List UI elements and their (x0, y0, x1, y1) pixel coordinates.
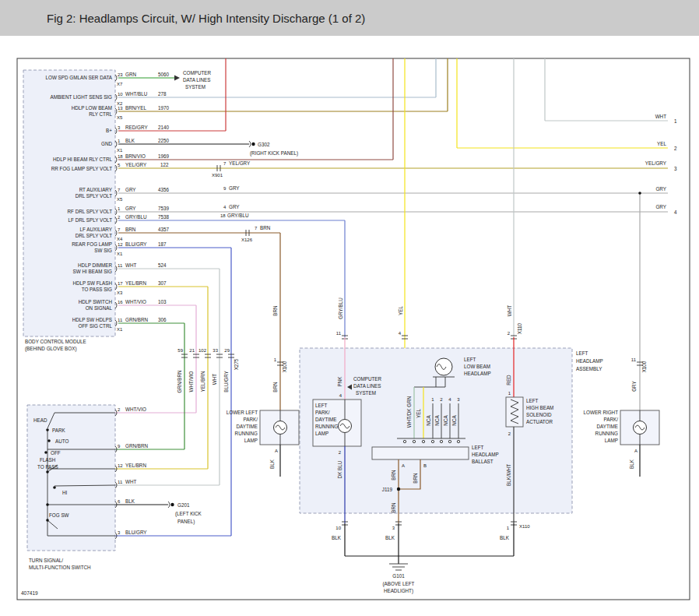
pin-label: B (423, 463, 427, 468)
wire-label: GRY/BLU (227, 213, 249, 218)
solenoid-label: ACTUATOR (526, 419, 553, 424)
low-beam-bulb-icon (435, 358, 452, 375)
connector-label: X1 (117, 327, 123, 332)
system-label: COMPUTER (353, 376, 381, 382)
edge-number: 4 (674, 209, 677, 215)
wire-label: YEL/GRY (125, 162, 147, 167)
lamp-label: LOW BEAM (464, 364, 490, 369)
bcm-name: BODY CONTROL MODULE (25, 339, 86, 344)
lamp-label: RUNNING (315, 424, 338, 429)
wire-label: WHT/BLU (125, 91, 148, 97)
circuit-label: 1969 (158, 153, 170, 159)
pin-label: 21 (189, 348, 195, 353)
assembly-name: HEADLAMP (576, 358, 603, 364)
wire-label: BLK (125, 138, 135, 143)
wire-label: YEL/BRN (125, 463, 146, 468)
bcm-row-label: TO PASS SIG (82, 287, 112, 292)
bcm-row-label: AMBIENT LIGHT SENS SIG (50, 94, 112, 100)
ballast-label: LEFT (472, 445, 484, 450)
edge-number: 3 (674, 166, 677, 171)
wire-label: WHT (212, 374, 217, 385)
connector-label: X1 (117, 148, 123, 153)
switch-position: FLASH (40, 457, 56, 463)
pin-label: 33 (213, 348, 218, 353)
bcm-row-label: B+ (106, 128, 112, 133)
system-label: DATA LINES (183, 77, 210, 83)
wire-label: YEL/GRY (645, 160, 667, 166)
splice-j119-dot (397, 488, 400, 491)
lamp-label: PARK/ (604, 417, 619, 422)
connector-label: X4 (117, 237, 123, 241)
headlamps-circuit-diagram: Fig 2: Headlamps Circuit, W/ High Intens… (0, 0, 699, 616)
wire-label: GRY (631, 380, 637, 391)
circuit-label: 524 (158, 262, 167, 268)
connector-label: X3 (117, 290, 123, 295)
pin-label: 11 (336, 331, 342, 336)
ground-location: (RIGHT KICK PANEL) (250, 150, 298, 157)
doc-number: 407419 (21, 590, 38, 596)
wire-label: BRN (260, 225, 271, 231)
wire-label: YEL/BRN (200, 371, 205, 392)
bcm-row-label: RT AUXILIARY (79, 187, 113, 192)
wire-label: GRY (125, 206, 136, 211)
circuit-label: 187 (158, 241, 167, 247)
lamp-label: LEFT (315, 403, 328, 408)
solenoid-label: SOLENOID (526, 412, 552, 417)
pin-label: A (275, 449, 278, 453)
bcm-row-label: RF DRL SPLY VOLT (67, 209, 112, 214)
lamp-label: LOWER RIGHT (584, 410, 619, 415)
lamp-label: LOWER LEFT (227, 410, 258, 415)
bcm-row-label: HDLP HI BEAM RLY CTRL (53, 157, 112, 162)
wire-label: GRY/BLU (125, 214, 147, 220)
connector-label: X100 (282, 361, 287, 372)
switch-position: PARK (52, 428, 65, 433)
wire-label: BRN (413, 473, 418, 484)
system-label: DATA LINES (353, 383, 381, 389)
wire-label: BRN/VIO (125, 153, 146, 159)
pin-label: 12 (118, 242, 123, 247)
circuit-label: 122 (160, 162, 169, 167)
pin-label: 13 (118, 106, 123, 111)
lamp-label: LAMP (244, 438, 258, 443)
wire-label: WHT (125, 262, 136, 268)
page-title: Fig 2: Headlamps Circuit, W/ High Intens… (47, 12, 365, 25)
bcm-row-label: HDLP LOW BEAM (72, 105, 112, 111)
ground-splice-icon (251, 143, 255, 146)
pin-label: 29 (224, 348, 230, 353)
edge-number: 1 (674, 118, 677, 124)
circuit-label: 307 (158, 280, 167, 286)
wire-label: GRY (655, 186, 666, 192)
circuit-label: 7538 (158, 214, 170, 220)
system-label: COMPUTER (183, 70, 211, 76)
switch-position: HI (62, 490, 68, 495)
bcm-row-label: RLY CTRL (89, 111, 112, 117)
ground-location: HEADLIGHT) (384, 588, 413, 594)
lamp-label: DAYTIME (236, 424, 258, 429)
wire-label: GRY/BLU (338, 297, 343, 319)
wire-label: YEL (398, 306, 403, 315)
lamp-label: PARK/ (315, 410, 330, 415)
bcm-row-label: SW HI BEAM SIG (73, 269, 112, 274)
pin-label: 10 (118, 92, 123, 97)
system-label: SYSTEM (356, 390, 376, 396)
pin-label: A (634, 449, 638, 453)
wire-label: WHT/VIO (125, 299, 146, 304)
wire-label: YEL/GRY (229, 160, 251, 166)
bcm-row-label: GND (101, 141, 112, 146)
lamp-label: LAMP (605, 438, 618, 443)
ground-splice-icon (170, 503, 174, 506)
wire-label: BLK (269, 459, 275, 469)
wire-label: BRN (272, 305, 278, 316)
connector-label: X5 (117, 115, 123, 120)
wire-label: NCA (426, 415, 431, 426)
pin-label: 11 (118, 480, 123, 484)
switch-position: AUTO (55, 438, 68, 444)
wire-label: YEL/BRN (125, 280, 146, 286)
pin-label: 102 (198, 348, 207, 353)
bcm-row-label: HDLP SW HDLPS (72, 317, 112, 322)
bcm-row-label: HDLP DIMMER (78, 262, 112, 268)
ground-label: G201 (177, 502, 190, 508)
wire-label: WHT/DK GRN (406, 396, 412, 428)
bcm-row-label: SW SIG (94, 248, 112, 253)
wire-label: GRN/BRN (177, 370, 182, 392)
